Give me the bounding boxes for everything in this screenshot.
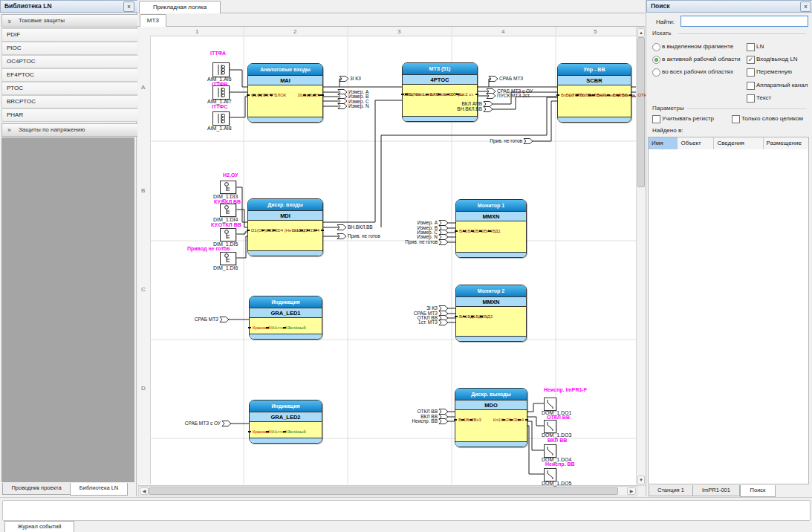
row-label: D bbox=[141, 385, 146, 392]
library-item-phar[interactable]: PHAR bbox=[1, 108, 139, 122]
event-log-area[interactable] bbox=[2, 500, 811, 521]
chevron-down-icon: » bbox=[4, 19, 16, 23]
scroll-up-icon[interactable]: ▲ bbox=[637, 28, 645, 37]
ct-icon[interactable] bbox=[212, 62, 230, 77]
flag-label[interactable]: СРАБ МТЗ с ОУ bbox=[168, 421, 221, 426]
flag-label[interactable]: Измер. В bbox=[348, 94, 368, 99]
library-empty-area bbox=[1, 137, 134, 482]
do-icon[interactable] bbox=[544, 398, 556, 411]
tab-station1[interactable]: Станция 1 bbox=[649, 485, 693, 496]
library-item-brcptoc[interactable]: BRCPTOC bbox=[1, 95, 139, 108]
radio-selected-fragment[interactable] bbox=[652, 43, 660, 51]
do-icon[interactable] bbox=[544, 444, 556, 458]
flag-label[interactable]: СРАБ МТЗ bbox=[499, 76, 523, 81]
ct-icon[interactable] bbox=[212, 85, 230, 100]
flag-label[interactable]: ВН.ВКЛ.ВВ bbox=[440, 106, 482, 111]
di-signal-label[interactable]: КУ.ОТКЛ ВВ bbox=[211, 222, 241, 228]
do-icon[interactable] bbox=[544, 468, 556, 481]
checkbox-ln-io[interactable]: ✓ bbox=[747, 56, 755, 64]
flag-label[interactable]: 1ст. МТЗ bbox=[392, 319, 438, 325]
results-col-details[interactable]: Сведения bbox=[714, 137, 763, 149]
di-icon[interactable] bbox=[220, 204, 236, 217]
tab-sheet-mtz[interactable]: МТЗ bbox=[140, 14, 166, 27]
column-label: 4 bbox=[501, 28, 504, 35]
checkbox-match-case[interactable] bbox=[652, 115, 660, 123]
flag-label[interactable]: ПУСК МТЗ 2ст. bbox=[497, 93, 530, 98]
radio-active-area[interactable] bbox=[652, 56, 660, 64]
library-item-ef4ptoc[interactable]: EF4PTOC bbox=[1, 68, 139, 82]
checkbox-variable[interactable] bbox=[747, 68, 755, 77]
close-icon[interactable]: x bbox=[800, 1, 811, 12]
library-panel: Библиотека LN x » Токовые защиты PDIF PI… bbox=[0, 0, 137, 496]
flag-label[interactable]: Прив. не готов bbox=[475, 138, 522, 143]
library-item-pioc[interactable]: PIOC bbox=[1, 42, 139, 55]
di-icon[interactable] bbox=[220, 228, 236, 241]
tab-search[interactable]: Поиск bbox=[740, 485, 776, 497]
results-col-name[interactable]: Имя bbox=[649, 137, 678, 149]
flag-label[interactable]: Измер. N bbox=[392, 234, 438, 239]
do-signal-label[interactable]: ВКЛ ВВ bbox=[548, 438, 567, 444]
library-item-pdif[interactable]: PDIF bbox=[1, 28, 139, 42]
close-icon[interactable]: x bbox=[123, 1, 134, 12]
radio-all-areas[interactable] bbox=[652, 68, 660, 77]
do-signal-label[interactable]: Неиспр. ImPR1-F bbox=[544, 387, 587, 393]
search-input[interactable] bbox=[681, 16, 808, 27]
checkbox-hardware-channel[interactable] bbox=[747, 82, 755, 90]
flag-label[interactable]: СРАБ МТЗ bbox=[183, 317, 218, 322]
block-monitor1[interactable]: Монитор 1 MMXN ВА1ВА2ВА3ВА4ВД1 bbox=[455, 199, 527, 258]
di-address-label: DIM_1.DI6 bbox=[213, 265, 238, 271]
flag-label[interactable]: 3I КЗ bbox=[392, 305, 438, 311]
scroll-right-icon[interactable]: ▶ bbox=[627, 487, 636, 495]
canvas-hscrollbar[interactable]: ◀ ▶ bbox=[138, 486, 637, 496]
library-item-ptoc[interactable]: PTOC bbox=[1, 82, 139, 95]
results-table-body[interactable] bbox=[648, 149, 809, 484]
do-signal-label[interactable]: Неиспр. ВВ bbox=[545, 461, 575, 467]
tab-applied-logic[interactable]: Прикладная логика bbox=[139, 1, 221, 13]
block-monitor2[interactable]: Монитор 2 MMXN ВА1ВД1ВД2ВД3 bbox=[455, 285, 527, 342]
ct-icon[interactable] bbox=[212, 111, 230, 126]
tab-library-ln[interactable]: Библиотека LN bbox=[70, 483, 128, 496]
checkbox-whole-word[interactable] bbox=[732, 115, 740, 123]
ct-signal-label[interactable]: IТТФА bbox=[210, 51, 226, 56]
library-panel-title: Библиотека LN bbox=[0, 0, 140, 13]
di-icon[interactable] bbox=[220, 252, 236, 265]
flag-label[interactable]: ВКЛ АПВ bbox=[446, 101, 482, 106]
find-label: Найти: bbox=[656, 19, 675, 25]
flag-label[interactable]: Прив. не готов bbox=[392, 239, 438, 244]
results-col-location[interactable]: Размещение bbox=[764, 137, 808, 149]
block-mtz[interactable]: МТЗ (51) 4PTOC 3IБЛОК 1ст.БЛОК 2ст.ОУ 3с… bbox=[402, 62, 478, 122]
do-icon[interactable] bbox=[544, 420, 556, 433]
block-led1[interactable]: Индикация GRA_LED1 КрасныйЖёлтыйЗелёный bbox=[249, 296, 322, 340]
flag-label[interactable]: ОТКЛ ВВ bbox=[392, 409, 438, 414]
results-col-object[interactable]: Объект bbox=[678, 137, 714, 149]
di-signal-label[interactable]: Н2.ОУ bbox=[223, 172, 238, 178]
flag-label[interactable]: ВН.ВКЛ.ВВ bbox=[348, 224, 373, 230]
block-mdo[interactable]: Дискр. выходы MDO Вх1Вх2Вх3 Кл1Кл2Кл3Кл4 bbox=[455, 388, 527, 447]
flag-label[interactable]: Измер. N bbox=[348, 103, 369, 108]
tab-event-log[interactable]: Журнал событий bbox=[4, 521, 74, 532]
scroll-down-icon[interactable]: ▼ bbox=[637, 476, 645, 484]
block-mdi[interactable]: Дискр. входы MDI D1(ОУ)D2D3D4 (Не готов)… bbox=[247, 198, 323, 256]
block-led2[interactable]: Индикация GRA_LED2 КрасныйЖёлтыйЗелёный bbox=[249, 400, 322, 444]
di-signal-label[interactable]: Привод не готов bbox=[187, 246, 230, 252]
tab-project-explorer[interactable]: Проводник проекта bbox=[2, 483, 71, 495]
results-table-header: Имя Объект Сведения Размещение bbox=[648, 137, 809, 150]
library-item-oc4ptoc[interactable]: OC4PTOC bbox=[1, 55, 139, 68]
library-section-voltage[interactable]: » Защиты по напряжению bbox=[1, 123, 151, 137]
ct-signal-label[interactable]: IТТФС bbox=[212, 104, 227, 110]
flag-label[interactable]: Измер. А bbox=[392, 220, 438, 225]
do-address-label: DOM_1.DO5 bbox=[542, 481, 571, 487]
column-ruler bbox=[138, 27, 636, 36]
library-section-current[interactable]: » Токовые защиты bbox=[1, 14, 151, 27]
checkbox-ln[interactable] bbox=[747, 43, 755, 51]
tab-impr1-001[interactable]: ImPR1-001 bbox=[692, 485, 740, 496]
flag-label[interactable]: 3I КЗ bbox=[350, 76, 361, 81]
flag-label[interactable]: Прив. не готов bbox=[348, 233, 380, 239]
scroll-left-icon[interactable]: ◀ bbox=[140, 487, 149, 495]
ct-address-label: AIM_1.AI8 bbox=[207, 126, 232, 132]
di-icon[interactable] bbox=[220, 181, 236, 194]
block-scbr[interactable]: Упр - ВВ SCBR Вх. ОТКЛВх. ВКЛВнешн. ВКЛВ… bbox=[557, 63, 631, 123]
flag-label[interactable]: Неиспр. ВВ bbox=[392, 418, 438, 424]
checkbox-text[interactable] bbox=[747, 94, 755, 103]
block-mai[interactable]: Аналоговые входы MAI Ф1Ф2Ф3"0"БЛОК 3IL1L… bbox=[247, 63, 323, 123]
